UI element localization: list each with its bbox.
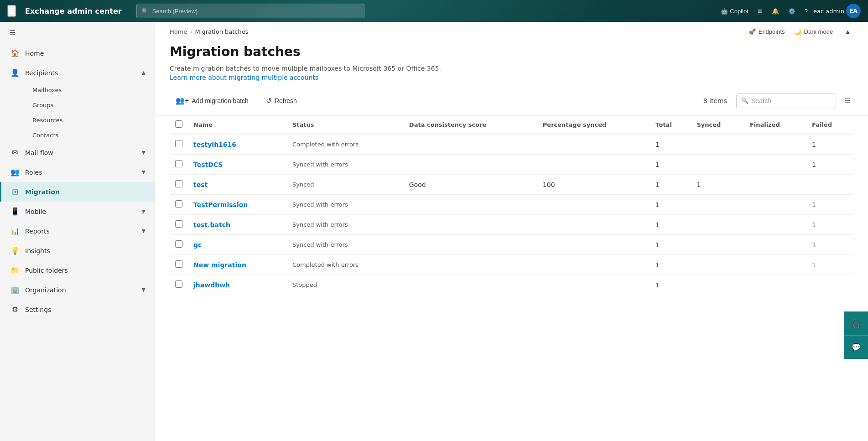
scroll-up-button[interactable]: ▲ (842, 28, 853, 35)
cell-data-consistency-4 (404, 215, 537, 235)
sidebar-item-home[interactable]: 🏠 Home (0, 43, 155, 63)
endpoints-button[interactable]: 🚀 Endpoints (748, 28, 785, 35)
row-checkbox-1[interactable] (175, 160, 182, 167)
cell-total-6: 1 (650, 255, 691, 275)
add-people-icon: 👥+ (176, 96, 189, 105)
table-search-input[interactable] (751, 97, 831, 104)
hamburger-button[interactable]: ☰ (0, 22, 25, 43)
copilot-button[interactable]: 🤖 Copilot (717, 5, 752, 17)
cell-failed-6: 1 (806, 255, 853, 275)
sidebar-item-label: Roles (25, 169, 42, 176)
cell-failed-5: 1 (806, 235, 853, 255)
cell-name-2[interactable]: test (188, 175, 287, 195)
cell-name-0[interactable]: testylh1616 (188, 134, 287, 155)
cell-percentage-2: 100 (537, 175, 650, 195)
sidebar-item-mailboxes[interactable]: Mailboxes (24, 83, 155, 98)
search-icon: 🔍 (141, 8, 149, 15)
sidebar-item-groups[interactable]: Groups (24, 98, 155, 113)
cell-name-3[interactable]: TestPermission (188, 195, 287, 215)
chevron-down-icon: ▼ (142, 150, 146, 156)
cell-name-4[interactable]: test.batch (188, 215, 287, 235)
search-icon: 🔍 (741, 97, 748, 104)
page-header: Migration batches Create migration batch… (155, 35, 868, 86)
cell-synced-6 (691, 255, 744, 275)
cell-name-5[interactable]: gc (188, 235, 287, 255)
sidebar-item-label: Insights (25, 247, 50, 254)
breadcrumb-current: Migration batches (195, 28, 249, 35)
refresh-button[interactable]: ↺ Refresh (260, 93, 303, 108)
page-description: Create migration batches to move multipl… (170, 65, 853, 72)
cell-total-0: 1 (650, 134, 691, 155)
mobile-icon: 📱 (10, 207, 20, 216)
help-button[interactable]: ? (801, 5, 811, 17)
settings-button[interactable]: ⚙️ (785, 5, 799, 17)
cell-synced-1 (691, 155, 744, 175)
filter-columns-button[interactable]: ☰ (842, 94, 853, 107)
cell-percentage-6 (537, 255, 650, 275)
username-label: eac admin (813, 8, 844, 15)
select-all-checkbox[interactable] (175, 120, 182, 128)
global-search-box[interactable]: 🔍 (136, 4, 364, 18)
table-search-box[interactable]: 🔍 (736, 93, 836, 108)
cell-synced-5 (691, 235, 744, 255)
breadcrumb-home-link[interactable]: Home (170, 28, 187, 35)
notifications-button[interactable]: 🔔 (768, 5, 783, 17)
topbar: ⊞ Exchange admin center 🔍 🤖 Copilot ✉ 🔔 … (0, 0, 868, 22)
page-title: Migration batches (170, 44, 853, 59)
sidebar-item-mobile[interactable]: 📱 Mobile ▼ (0, 202, 155, 221)
sidebar-item-recipients[interactable]: 👤 Recipients ▲ (0, 63, 155, 83)
roles-icon: 👥 (10, 168, 20, 176)
row-checkbox-7[interactable] (175, 280, 182, 288)
waffle-menu-button[interactable]: ⊞ (7, 5, 16, 17)
breadcrumb: Home › Migration batches (170, 28, 748, 35)
cell-name-6[interactable]: New migration (188, 255, 287, 275)
email-icon-button[interactable]: ✉ (754, 5, 766, 17)
row-checkbox-6[interactable] (175, 260, 182, 268)
cell-failed-1: 1 (806, 155, 853, 175)
row-checkbox-0[interactable] (175, 140, 182, 147)
cell-data-consistency-6 (404, 255, 537, 275)
dark-mode-button[interactable]: 🌙 Dark mode (794, 28, 833, 35)
sidebar-item-roles[interactable]: 👥 Roles ▼ (0, 162, 155, 182)
table-row: New migration Completed with errors 1 1 (170, 255, 853, 275)
add-migration-batch-button[interactable]: 👥+ Add migration batch (170, 93, 255, 108)
col-header-synced: Synced (691, 116, 744, 134)
cell-synced-2: 1 (691, 175, 744, 195)
floating-help-button[interactable]: 🎧 (844, 311, 868, 335)
cell-percentage-0 (537, 134, 650, 155)
cell-finalized-0 (744, 134, 806, 155)
sidebar-item-contacts[interactable]: Contacts (24, 128, 155, 143)
cell-data-consistency-7 (404, 275, 537, 295)
cell-percentage-7 (537, 275, 650, 295)
row-checkbox-3[interactable] (175, 200, 182, 208)
row-checkbox-2[interactable] (175, 180, 182, 187)
cell-name-1[interactable]: TestDCS (188, 155, 287, 175)
floating-chat-button[interactable]: 💬 (844, 335, 868, 359)
cell-percentage-3 (537, 195, 650, 215)
reports-icon: 📊 (10, 227, 20, 235)
sidebar-item-public-folders[interactable]: 📁 Public folders (0, 260, 155, 280)
sidebar-item-label: Mail flow (25, 149, 53, 156)
sidebar-item-insights[interactable]: 💡 Insights (0, 241, 155, 260)
question-icon: ? (805, 8, 808, 15)
learn-more-link[interactable]: Learn more about migrating multiple acco… (170, 74, 318, 81)
sidebar-item-resources[interactable]: Resources (24, 113, 155, 128)
sidebar-item-migration[interactable]: ⊞ Migration (0, 182, 155, 202)
sidebar-item-settings[interactable]: ⚙️ Settings (0, 300, 155, 319)
cell-data-consistency-3 (404, 195, 537, 215)
table-row: TestDCS Synced with errors 1 1 (170, 155, 853, 175)
table-row: test Synced Good 100 1 1 (170, 175, 853, 195)
user-avatar[interactable]: EA (846, 4, 861, 18)
cell-name-7[interactable]: jhawdhwh (188, 275, 287, 295)
headset-icon: 🎧 (851, 318, 861, 328)
chevron-down-icon: ▼ (142, 287, 146, 293)
sidebar-item-organization[interactable]: 🏢 Organization ▼ (0, 280, 155, 300)
sidebar-item-label: Reports (25, 228, 50, 235)
global-search-input[interactable] (152, 8, 359, 15)
sidebar-item-mailflow[interactable]: ✉️ Mail flow ▼ (0, 143, 155, 162)
row-checkbox-5[interactable] (175, 240, 182, 248)
cell-total-7: 1 (650, 275, 691, 295)
cell-percentage-5 (537, 235, 650, 255)
sidebar-item-reports[interactable]: 📊 Reports ▼ (0, 221, 155, 241)
row-checkbox-4[interactable] (175, 220, 182, 228)
